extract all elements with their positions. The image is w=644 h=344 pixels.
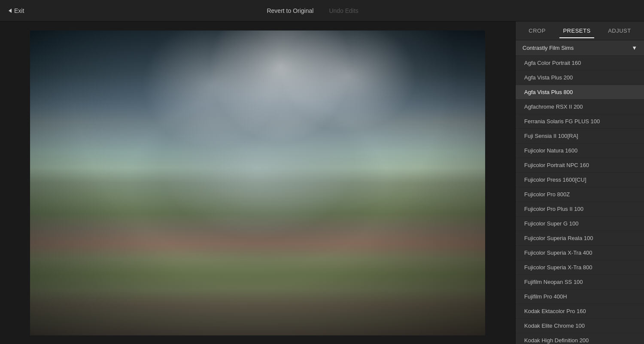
panel-tabs: CROP PRESETS ADJUST	[516, 21, 644, 40]
dropdown-arrow-icon: ▼	[632, 45, 637, 51]
exit-label: Exit	[14, 7, 24, 14]
exit-button[interactable]: Exit	[9, 7, 24, 14]
topbar-left: Exit	[9, 7, 24, 14]
preset-item-agfachrome-rsx-ii-200[interactable]: Agfachrome RSX II 200	[516, 100, 644, 114]
preset-item-fujicolor-superia-xtra-400[interactable]: Fujicolor Superia X-Tra 400	[516, 246, 644, 260]
undo-button[interactable]: Undo Edits	[325, 6, 361, 16]
preset-list: Agfa Color Portrait 160Agfa Vista Plus 2…	[516, 56, 644, 344]
preset-item-kodak-elite-chrome-100[interactable]: Kodak Elite Chrome 100	[516, 319, 644, 333]
tab-adjust[interactable]: ADJUST	[605, 26, 635, 36]
preset-item-fujicolor-superia-xtra-800[interactable]: Fujicolor Superia X-Tra 800	[516, 260, 644, 275]
preset-item-agfa-vista-plus-200[interactable]: Agfa Vista Plus 200	[516, 70, 644, 85]
preset-item-kodak-high-definition-200[interactable]: Kodak High Definition 200	[516, 333, 644, 344]
preset-item-fujicolor-press-1600-cu[interactable]: Fujicolor Press 1600[CU]	[516, 173, 644, 187]
right-panel: CROP PRESETS ADJUST Contrastly Film Sims…	[515, 21, 644, 344]
topbar-center: Revert to Original Undo Edits	[263, 6, 361, 16]
photo-canvas	[30, 30, 485, 335]
preset-category-label: Contrastly Film Sims	[522, 45, 574, 51]
tab-presets[interactable]: PRESETS	[559, 26, 594, 36]
revert-button[interactable]: Revert to Original	[263, 6, 317, 16]
preset-item-fujicolor-pro-plus-ii-100[interactable]: Fujicolor Pro Plus II 100	[516, 202, 644, 216]
canvas-area	[0, 21, 515, 344]
preset-item-agfa-color-portrait-160[interactable]: Agfa Color Portrait 160	[516, 56, 644, 70]
preset-item-fuji-sensia-ii-100-ra[interactable]: Fuji Sensia II 100[RA]	[516, 129, 644, 143]
preset-item-fujicolor-portrait-npc-160[interactable]: Fujicolor Portrait NPC 160	[516, 158, 644, 173]
preset-item-fujicolor-super-g-100[interactable]: Fujicolor Super G 100	[516, 216, 644, 231]
main-area: CROP PRESETS ADJUST Contrastly Film Sims…	[0, 21, 644, 344]
preset-item-fujifilm-pro-400h[interactable]: Fujifilm Pro 400H	[516, 289, 644, 304]
preset-category-dropdown[interactable]: Contrastly Film Sims ▼	[516, 40, 644, 56]
preset-item-fujicolor-superia-reala-100[interactable]: Fujicolor Superia Reala 100	[516, 231, 644, 246]
preset-item-fujifilm-neopan-ss-100[interactable]: Fujifilm Neopan SS 100	[516, 275, 644, 289]
tab-crop[interactable]: CROP	[525, 26, 549, 36]
image-container	[30, 30, 485, 335]
topbar: Exit Revert to Original Undo Edits	[0, 0, 644, 21]
preset-item-ferrania-solaris-fg-plus-100[interactable]: Ferrania Solaris FG PLUS 100	[516, 114, 644, 129]
chevron-left-icon	[9, 9, 12, 13]
preset-item-kodak-ektacolor-pro-160[interactable]: Kodak Ektacolor Pro 160	[516, 304, 644, 319]
preset-item-agfa-vista-plus-800[interactable]: Agfa Vista Plus 800	[516, 85, 644, 100]
preset-item-fujicolor-pro-800z[interactable]: Fujicolor Pro 800Z	[516, 187, 644, 202]
preset-item-fujicolor-natura-1600[interactable]: Fujicolor Natura 1600	[516, 143, 644, 158]
